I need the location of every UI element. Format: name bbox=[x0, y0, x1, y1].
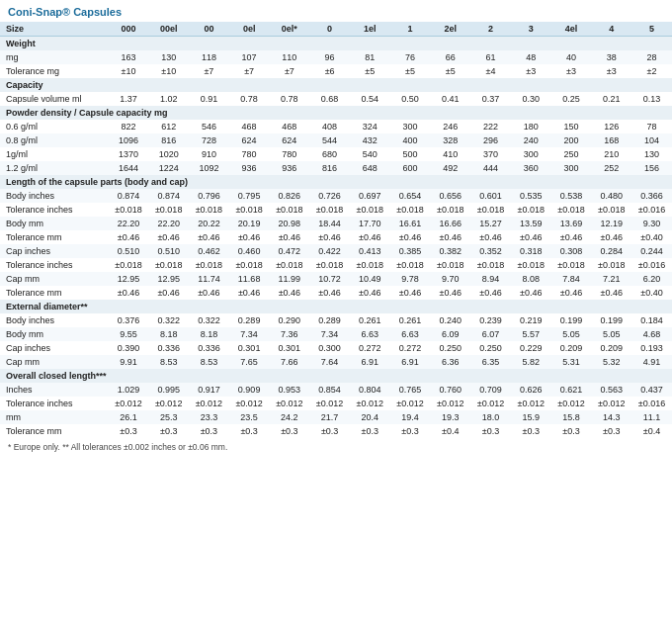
cell-value: 0.413 bbox=[350, 244, 390, 258]
cell-value: 0.219 bbox=[511, 313, 551, 327]
cell-value: ±0.46 bbox=[189, 286, 229, 300]
table-row: Cap inches0.3900.3360.3360.3010.3010.300… bbox=[0, 341, 672, 355]
cell-value: 370 bbox=[470, 147, 511, 161]
row-label: Cap mm bbox=[0, 272, 109, 286]
column-header-row: Size00000el000el0el*01el12el234el45 bbox=[0, 22, 672, 37]
cell-value: 23.3 bbox=[189, 410, 229, 424]
table-row: mg163130118107110968176666148403828 bbox=[0, 50, 672, 64]
cell-value: ±0.46 bbox=[350, 230, 390, 244]
cell-value: 7.34 bbox=[229, 327, 270, 341]
cell-value: ±0.46 bbox=[148, 286, 189, 300]
cell-value: ±0.012 bbox=[591, 397, 631, 410]
cell-value: ±0.3 bbox=[511, 424, 551, 438]
cell-value: ±0.018 bbox=[591, 258, 631, 272]
table-row: Body inches0.3760.3220.3220.2890.2900.28… bbox=[0, 313, 672, 327]
cell-value: ±0.012 bbox=[551, 397, 592, 410]
row-label: 1g/ml bbox=[0, 147, 109, 161]
cell-value: 11.1 bbox=[631, 410, 672, 424]
main-table: Size00000el000el0el*01el12el234el45 Weig… bbox=[0, 22, 672, 438]
cell-value: 468 bbox=[229, 120, 270, 133]
cell-value: 22.20 bbox=[148, 217, 189, 230]
cell-value: ±0.3 bbox=[109, 424, 149, 438]
row-label: Body mm bbox=[0, 327, 109, 341]
section-header-row: Length of the capsule parts (body and ca… bbox=[0, 175, 672, 189]
cell-value: 6.35 bbox=[470, 355, 511, 369]
cell-value: 7.36 bbox=[270, 327, 310, 341]
cell-value: 15.8 bbox=[551, 410, 592, 424]
row-label: Tolerance inches bbox=[0, 397, 109, 410]
col-header-3: 3 bbox=[511, 22, 551, 37]
cell-value: 19.3 bbox=[430, 410, 470, 424]
cell-value: ±0.46 bbox=[309, 286, 350, 300]
cell-value: 17.70 bbox=[350, 217, 390, 230]
cell-value: 40 bbox=[551, 50, 592, 64]
cell-value: ±0.46 bbox=[511, 286, 551, 300]
cell-value: ±0.46 bbox=[511, 230, 551, 244]
cell-value: 0.382 bbox=[430, 244, 470, 258]
table-row: 1.2 g/ml16441224109293693681664860049244… bbox=[0, 161, 672, 175]
cell-value: ±0.46 bbox=[270, 230, 310, 244]
cell-value: 163 bbox=[109, 50, 149, 64]
cell-value: 728 bbox=[189, 133, 229, 147]
cell-value: 0.284 bbox=[591, 244, 631, 258]
cell-value: 81 bbox=[350, 50, 390, 64]
cell-value: 0.301 bbox=[270, 341, 310, 355]
cell-value: 8.18 bbox=[189, 327, 229, 341]
cell-value: ±0.018 bbox=[229, 203, 270, 217]
cell-value: 0.239 bbox=[470, 313, 511, 327]
cell-value: 168 bbox=[591, 133, 631, 147]
row-label: Body inches bbox=[0, 313, 109, 327]
cell-value: 0.422 bbox=[309, 244, 350, 258]
section-header-row: Overall closed length*** bbox=[0, 369, 672, 383]
cell-value: ±0.018 bbox=[551, 203, 592, 217]
cell-value: 13.59 bbox=[511, 217, 551, 230]
cell-value: 816 bbox=[148, 133, 189, 147]
cell-value: 0.909 bbox=[229, 383, 270, 397]
cell-value: 8.18 bbox=[148, 327, 189, 341]
cell-value: 76 bbox=[390, 50, 431, 64]
cell-value: ±0.018 bbox=[309, 258, 350, 272]
row-label: 0.8 g/ml bbox=[0, 133, 109, 147]
section-header-row: Capacity bbox=[0, 78, 672, 92]
cell-value: 11.99 bbox=[270, 272, 310, 286]
table-row: Cap mm9.918.538.537.657.667.646.916.916.… bbox=[0, 355, 672, 369]
cell-value: 408 bbox=[309, 120, 350, 133]
row-label: Body inches bbox=[0, 189, 109, 203]
cell-value: 6.91 bbox=[390, 355, 431, 369]
cell-value: 240 bbox=[511, 133, 551, 147]
cell-value: ±0.46 bbox=[430, 230, 470, 244]
cell-value: 0.21 bbox=[591, 92, 631, 106]
cell-value: ±0.012 bbox=[109, 397, 149, 410]
cell-value: 444 bbox=[470, 161, 511, 175]
cell-value: 6.07 bbox=[470, 327, 511, 341]
cell-value: 300 bbox=[390, 120, 431, 133]
cell-value: 1644 bbox=[109, 161, 149, 175]
cell-value: 8.94 bbox=[470, 272, 511, 286]
cell-value: 0.54 bbox=[350, 92, 390, 106]
cell-value: ±0.012 bbox=[350, 397, 390, 410]
cell-value: 66 bbox=[430, 50, 470, 64]
cell-value: ±0.3 bbox=[270, 424, 310, 438]
cell-value: 1020 bbox=[148, 147, 189, 161]
cell-value: 61 bbox=[470, 50, 511, 64]
cell-value: 0.272 bbox=[390, 341, 431, 355]
cell-value: ±0.3 bbox=[350, 424, 390, 438]
cell-value: 5.32 bbox=[591, 355, 631, 369]
cell-value: 0.336 bbox=[148, 341, 189, 355]
cell-value: 38 bbox=[591, 50, 631, 64]
cell-value: ±0.018 bbox=[270, 258, 310, 272]
cell-value: ±0.46 bbox=[470, 286, 511, 300]
cell-value: 1.02 bbox=[148, 92, 189, 106]
cell-value: 0.697 bbox=[350, 189, 390, 203]
row-label: Tolerance inches bbox=[0, 203, 109, 217]
cell-value: ±0.3 bbox=[470, 424, 511, 438]
cell-value: 0.199 bbox=[591, 313, 631, 327]
section-header-row: Weight bbox=[0, 37, 672, 51]
cell-value: 48 bbox=[511, 50, 551, 64]
cell-value: 780 bbox=[229, 147, 270, 161]
cell-value: 250 bbox=[551, 147, 592, 161]
cell-value: 9.78 bbox=[390, 272, 431, 286]
cell-value: 1092 bbox=[189, 161, 229, 175]
cell-value: 0.41 bbox=[430, 92, 470, 106]
cell-value: ±0.018 bbox=[229, 258, 270, 272]
